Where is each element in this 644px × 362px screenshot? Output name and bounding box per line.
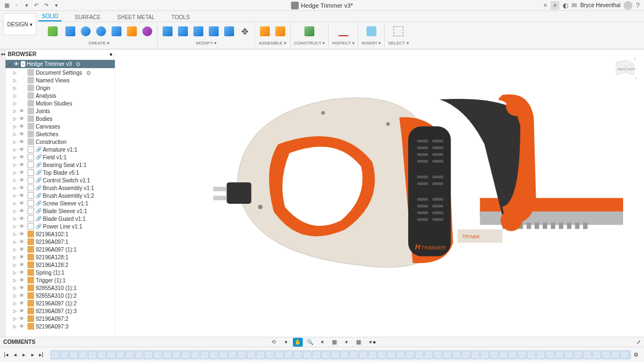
eye-icon[interactable]: 👁 [19,162,26,168]
dropdown-icon[interactable]: ▾ [52,1,60,10]
timeline-feature[interactable] [602,350,610,359]
chevron-right-icon[interactable]: ▷ [13,155,18,160]
eye-icon[interactable]: 👁 [19,324,26,329]
workspace-switcher[interactable]: DESIGN ▾ [3,13,36,35]
timeline-feature[interactable] [630,350,631,359]
timeline-feature[interactable] [368,350,377,359]
chevron-right-icon[interactable]: ▷ [13,316,18,321]
tree-item[interactable]: ▷👁92196A097:3 [5,322,115,330]
eye-icon[interactable]: 👁 [19,177,26,183]
torus-button[interactable] [110,25,123,38]
timeline-feature[interactable] [172,350,181,359]
timeline-feature[interactable] [471,350,480,359]
timeline-feature[interactable] [331,350,340,359]
coil-button[interactable] [125,25,138,38]
chevron-right-icon[interactable]: ▷ [13,216,18,221]
chevron-right-icon[interactable]: ▷ [13,109,18,114]
tree-item[interactable]: ▷👁92196A097 (1):1 [5,246,115,253]
create-label[interactable]: CREATE ▾ [88,41,109,46]
chevron-right-icon[interactable]: ▷ [13,193,18,198]
tree-item[interactable]: ▷Named Views [5,76,115,84]
modify-label[interactable]: MODIFY ▾ [196,41,216,46]
redo-icon[interactable]: ↷ [42,1,51,10]
new-tab-icon[interactable]: + [551,1,559,10]
timeline-feature[interactable] [200,350,209,359]
timeline-feature[interactable] [415,350,424,359]
look-icon[interactable]: ▾ [281,338,291,347]
tree-item[interactable]: ▷👁92196A097:1 [5,238,115,246]
chevron-right-icon[interactable]: ▷ [13,309,18,314]
eye-icon[interactable]: 👁 [19,231,26,237]
eye-icon[interactable]: 👁 [19,208,26,214]
tree-item[interactable]: ▷👁🔗Blade Sleeve v1:1 [5,207,115,215]
timeline-feature[interactable] [480,350,489,359]
tree-item[interactable]: ▷👁92855A310 (1):1 [5,284,115,292]
timeline-feature[interactable] [116,350,125,359]
eye-icon[interactable]: 👁 [19,139,26,144]
chevron-right-icon[interactable]: ▷ [13,255,18,260]
timeline-feature[interactable] [387,350,396,359]
extensions-icon[interactable]: ◐ [563,2,568,9]
tree-item[interactable]: ▷👁Spring (1):1 [5,269,115,276]
tree-item[interactable]: ▷👁Joints [5,107,115,115]
timeline-feature[interactable] [592,350,601,359]
timeline-feature[interactable] [293,350,302,359]
tree-item[interactable]: ▷👁🔗Brush Assembly v1:2 [5,192,115,199]
tab-tools[interactable]: TOOLS [168,13,193,21]
eye-icon[interactable]: 👁 [19,224,26,229]
chevron-right-icon[interactable]: ▷ [13,163,18,168]
timeline-start-icon[interactable]: |◂ [2,351,10,359]
eye-icon[interactable]: 👁 [19,247,26,252]
chevron-right-icon[interactable]: ▷ [13,147,18,152]
timeline-feature[interactable] [107,350,115,359]
eye-icon[interactable]: 👁 [19,293,26,298]
chevron-right-icon[interactable]: ▷ [13,70,18,75]
chevron-right-icon[interactable]: ▷ [13,286,18,291]
tree-item[interactable]: ▷👁92855A310 (1):2 [5,292,115,299]
chevron-right-icon[interactable]: ▷ [13,232,18,237]
timeline-feature[interactable] [462,350,470,359]
undo-icon[interactable]: ↶ [32,1,41,10]
tree-item[interactable]: ▷👁Sketches [5,130,115,138]
grid-icon[interactable]: ▦ [353,338,363,347]
effects-icon[interactable]: ▾ [341,338,351,347]
tab-sheet-metal[interactable]: SHEET METAL [114,13,158,21]
timeline-feature[interactable] [490,350,498,359]
eye-icon[interactable]: 👁 [19,270,26,275]
tree-item[interactable]: ▷👁92196A097 (1):3 [5,307,115,315]
timeline-feature[interactable] [555,350,564,359]
tree-item[interactable]: ▷👁92196A128:1 [5,253,115,261]
timeline-end-icon[interactable]: ▸| [37,351,45,359]
comments-label[interactable]: COMMENTS [3,339,35,345]
timeline-feature[interactable] [359,350,368,359]
pan-icon[interactable]: ✋ [293,338,303,347]
timeline-fwd-icon[interactable]: ▸ [29,351,36,359]
close-tab-icon[interactable]: × [543,2,547,9]
timeline-back-icon[interactable]: ◂ [11,351,19,359]
split-button[interactable] [223,25,236,38]
measure-button[interactable] [335,23,352,40]
timeline-feature[interactable] [349,350,358,359]
eye-icon[interactable]: 👁 [19,116,26,121]
timeline-feature[interactable] [443,350,452,359]
tree-item[interactable]: ▷👁92196A097:2 [5,315,115,322]
insert-button[interactable] [363,23,380,40]
timeline-feature[interactable] [564,350,573,359]
tree-item[interactable]: ▷👁🔗Field v1:1 [5,153,115,161]
tree-item[interactable]: ▷👁🔗Control Switch v1:1 [5,176,115,184]
timeline-feature[interactable] [219,350,227,359]
eye-icon[interactable]: 👁 [19,124,26,129]
gear-icon[interactable]: ⊙ [86,70,91,76]
browser-header[interactable]: BROWSER ● [5,49,115,59]
inspect-label[interactable]: INSPECT ▾ [332,41,354,46]
create-sketch-button[interactable] [44,23,62,40]
timeline-feature[interactable] [163,350,171,359]
eye-icon[interactable]: 👁 [19,193,26,198]
notification-icon[interactable]: ✉ [571,2,577,9]
eye-icon[interactable]: 👁 [19,277,26,283]
tree-item[interactable]: ▷👁92196A097 (1):2 [5,299,115,307]
apps-grid-icon[interactable]: ▦ [2,1,11,10]
combine-button[interactable] [207,25,220,38]
display-icon[interactable]: ▦ [329,338,339,347]
tree-item[interactable]: ▷👁🔗Armature v1:1 [5,146,115,153]
